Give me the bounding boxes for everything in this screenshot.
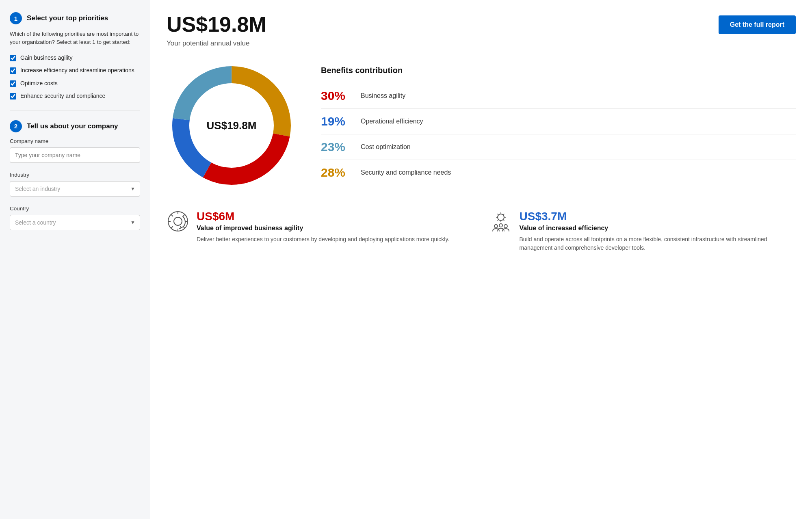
- donut-center-label: US$19.8M: [207, 119, 257, 132]
- card-efficiency: US$3.7M Value of increased efficiency Bu…: [489, 210, 796, 252]
- priority-label-2: Increase efficiency and streamline opera…: [20, 67, 134, 75]
- priority-label-1: Gain business agility: [20, 54, 72, 62]
- benefit-pct-security: 28%: [321, 166, 353, 179]
- benefit-row-cost: 23% Cost optimization: [321, 134, 796, 160]
- svg-point-3: [494, 225, 498, 228]
- industry-select[interactable]: Select an industry: [10, 181, 140, 197]
- card-efficiency-heading: Value of increased efficiency: [520, 225, 796, 232]
- card-agility: US$6M Value of improved business agility…: [167, 210, 473, 252]
- company-name-label: Company name: [10, 138, 140, 144]
- priority-checkbox-2[interactable]: [10, 67, 16, 74]
- bottom-cards: US$6M Value of improved business agility…: [167, 210, 796, 252]
- priority-label-4: Enhance security and compliance: [20, 92, 105, 100]
- headline-subtitle: Your potential annual value: [167, 39, 266, 48]
- list-item[interactable]: Enhance security and compliance: [10, 92, 140, 100]
- card-efficiency-value: US$3.7M: [520, 210, 796, 223]
- priority-checkbox-3[interactable]: [10, 80, 16, 87]
- card-agility-heading: Value of improved business agility: [197, 225, 449, 232]
- benefit-label-efficiency: Operational efficiency: [361, 118, 423, 125]
- step1-title: Select your top priorities: [27, 14, 108, 22]
- step1-description: Which of the following priorities are mo…: [10, 30, 140, 47]
- benefit-pct-cost: 23%: [321, 140, 353, 154]
- team-gear-svg: [490, 211, 511, 232]
- headline-value: US$19.8M: [167, 13, 266, 36]
- priority-checkbox-1[interactable]: [10, 55, 16, 61]
- benefits-title: Benefits contribution: [321, 66, 796, 75]
- benefit-pct-efficiency: 19%: [321, 115, 353, 128]
- priorities-list: Gain business agility Increase efficienc…: [10, 54, 140, 100]
- step2-title: Tell us about your company: [27, 122, 118, 130]
- card-agility-description: Deliver better experiences to your custo…: [197, 235, 449, 244]
- country-label: Country: [10, 205, 140, 212]
- svg-point-2: [498, 214, 504, 221]
- main-content: US$19.8M Your potential annual value Get…: [150, 0, 812, 519]
- get-report-button[interactable]: Get the full report: [719, 15, 796, 34]
- gear-refresh-svg: [167, 211, 188, 232]
- svg-point-0: [168, 212, 188, 231]
- benefit-label-cost: Cost optimization: [361, 143, 411, 151]
- sidebar: 1 Select your top priorities Which of th…: [0, 0, 150, 519]
- benefit-row-efficiency: 19% Operational efficiency: [321, 109, 796, 134]
- company-name-input[interactable]: [10, 147, 140, 163]
- chart-benefits-row: US$19.8M Benefits contribution 30% Busin…: [167, 61, 796, 190]
- list-item[interactable]: Increase efficiency and streamline opera…: [10, 67, 140, 75]
- card-agility-value: US$6M: [197, 210, 449, 223]
- card-efficiency-content: US$3.7M Value of increased efficiency Bu…: [520, 210, 796, 252]
- step2-badge: 2: [10, 120, 22, 132]
- priority-label-3: Optimize costs: [20, 80, 58, 88]
- step2-header: 2 Tell us about your company: [10, 120, 140, 132]
- benefit-row-agility: 30% Business agility: [321, 83, 796, 109]
- team-gear-icon: [489, 210, 512, 233]
- donut-chart: US$19.8M: [167, 61, 297, 190]
- svg-point-1: [174, 217, 182, 225]
- main-header: US$19.8M Your potential annual value Get…: [167, 13, 796, 48]
- divider: [10, 110, 140, 110]
- benefit-label-agility: Business agility: [361, 92, 405, 99]
- card-efficiency-description: Build and operate across all footprints …: [520, 235, 796, 252]
- benefits-panel: Benefits contribution 30% Business agili…: [321, 66, 796, 185]
- benefit-row-security: 28% Security and compliance needs: [321, 160, 796, 185]
- country-select-wrapper: Select a country ▼: [10, 215, 140, 230]
- svg-point-5: [499, 224, 502, 227]
- svg-point-4: [504, 225, 507, 228]
- benefit-pct-agility: 30%: [321, 89, 353, 103]
- industry-select-wrapper: Select an industry ▼: [10, 181, 140, 197]
- card-agility-content: US$6M Value of improved business agility…: [197, 210, 449, 252]
- country-select[interactable]: Select a country: [10, 215, 140, 230]
- industry-label: Industry: [10, 172, 140, 178]
- list-item[interactable]: Optimize costs: [10, 80, 140, 88]
- headline-block: US$19.8M Your potential annual value: [167, 13, 266, 48]
- gear-refresh-icon: [167, 210, 189, 233]
- list-item[interactable]: Gain business agility: [10, 54, 140, 62]
- benefit-label-security: Security and compliance needs: [361, 169, 451, 176]
- step1-header: 1 Select your top priorities: [10, 12, 140, 24]
- step1-badge: 1: [10, 12, 22, 24]
- priority-checkbox-4[interactable]: [10, 93, 16, 99]
